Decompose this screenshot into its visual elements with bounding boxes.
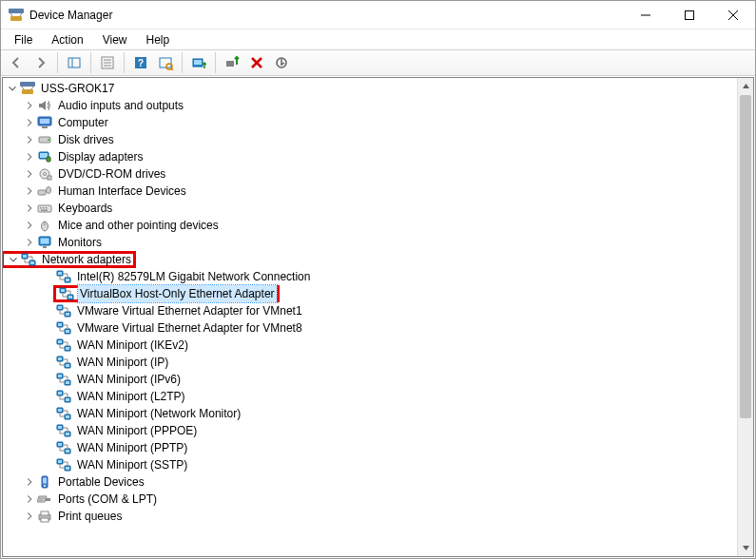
minimize-button[interactable] [624,1,668,29]
maximize-button[interactable] [668,1,711,29]
device-vmware-vmnet8[interactable]: VMware Virtual Ethernet Adapter for VMne… [3,319,737,337]
menu-file[interactable]: File [7,31,40,48]
hid-icon [37,183,52,199]
toolbar-separator [57,52,58,73]
category-print-queues[interactable]: Print queues [3,508,737,525]
device-wan-l2tp[interactable]: WAN Miniport (L2TP) [3,388,737,405]
device-label: WAN Miniport (IPv6) [75,371,183,388]
device-label: WAN Miniport (SSTP) [75,456,189,473]
scan-hardware-button[interactable] [154,51,177,74]
device-label: WAN Miniport (Network Monitor) [75,405,242,422]
category-display-adapters[interactable]: Display adapters [3,148,737,165]
device-wan-ikev2[interactable]: WAN Miniport (IKEv2) [3,337,737,354]
category-label: Keyboards [56,200,114,217]
device-label: VirtualBox Host-Only Ethernet Adapter [78,285,277,302]
forward-button[interactable] [29,51,52,74]
device-tree[interactable]: USS-GROK17 Audio inputs and outputs Comp… [3,78,737,556]
mouse-icon [37,218,52,233]
network-icon [56,457,71,472]
svg-rect-53 [160,58,171,67]
menu-action[interactable]: Action [44,31,90,48]
enable-device-button[interactable] [221,51,243,74]
show-hide-tree-button[interactable] [63,51,86,74]
device-wan-netmon[interactable]: WAN Miniport (Network Monitor) [3,405,737,422]
device-vmware-vmnet1[interactable]: VMware Virtual Ethernet Adapter for VMne… [3,302,737,319]
chevron-right-icon[interactable] [22,218,37,233]
svg-rect-57 [194,60,202,65]
scroll-thumb[interactable] [740,95,751,418]
category-label: Audio inputs and outputs [56,97,185,114]
network-icon [56,440,71,455]
chevron-right-icon[interactable] [22,492,37,507]
category-disk-drives[interactable]: Disk drives [3,131,737,148]
device-wan-pptp[interactable]: WAN Miniport (PPTP) [3,439,737,456]
network-icon [59,286,74,301]
chevron-right-icon[interactable] [22,235,37,250]
chevron-right-icon[interactable] [22,132,37,147]
toolbar: ? [1,49,755,76]
help-button[interactable]: ? [129,51,152,74]
chevron-right-icon[interactable] [22,166,37,182]
network-icon [56,372,71,387]
uninstall-device-button[interactable] [245,51,268,74]
device-wan-ip[interactable]: WAN Miniport (IP) [3,354,737,371]
back-button[interactable] [5,51,28,74]
scroll-up-button[interactable] [738,78,753,94]
category-keyboards[interactable]: Keyboards [3,200,737,217]
category-portable-devices[interactable]: Portable Devices [3,473,737,491]
category-mice[interactable]: Mice and other pointing devices [3,217,737,234]
menu-help[interactable]: Help [139,31,178,48]
chevron-down-icon[interactable] [6,252,21,267]
device-label: WAN Miniport (PPTP) [75,439,189,456]
category-network-adapters[interactable]: Network adapters [3,251,737,268]
tree-root-label: USS-GROK17 [39,80,116,97]
category-label: DVD/CD-ROM drives [56,165,167,183]
device-wan-pppoe[interactable]: WAN Miniport (PPPOE) [3,422,737,439]
chevron-right-icon[interactable] [22,474,37,490]
chevron-right-icon[interactable] [22,149,37,164]
device-wan-ipv6[interactable]: WAN Miniport (IPv6) [3,371,737,388]
menu-view[interactable]: View [95,31,135,48]
chevron-right-icon[interactable] [22,115,37,130]
device-virtualbox-adapter[interactable]: VirtualBox Host-Only Ethernet Adapter [3,285,737,302]
device-label: VMware Virtual Ethernet Adapter for VMne… [75,319,304,337]
chevron-right-icon[interactable] [22,98,37,113]
properties-button[interactable] [96,51,119,74]
chevron-right-icon[interactable] [22,183,37,199]
category-monitors[interactable]: Monitors [3,234,737,251]
category-label: Display adapters [56,148,145,165]
vertical-scrollbar[interactable] [737,78,753,556]
app-icon [9,8,24,23]
category-dvd[interactable]: DVD/CD-ROM drives [3,165,737,183]
device-tree-panel: USS-GROK17 Audio inputs and outputs Comp… [2,77,754,557]
category-label: Print queues [56,508,124,525]
titlebar: Device Manager [1,1,755,29]
disable-device-button[interactable] [270,51,293,74]
category-audio[interactable]: Audio inputs and outputs [3,97,737,114]
category-label: Human Interface Devices [56,183,188,200]
ports-icon [37,492,52,507]
portable-icon [37,474,52,490]
device-label: WAN Miniport (IKEv2) [75,337,190,354]
device-intel-adapter[interactable]: Intel(R) 82579LM Gigabit Network Connect… [3,268,737,285]
category-label: Portable Devices [56,473,146,491]
menubar: File Action View Help [1,29,755,49]
category-computer[interactable]: Computer [3,114,737,131]
network-icon [21,252,36,267]
tree-root[interactable]: USS-GROK17 [3,80,737,97]
category-ports[interactable]: Ports (COM & LPT) [3,491,737,508]
network-icon [56,406,71,421]
close-button[interactable] [711,1,755,29]
chevron-right-icon[interactable] [22,201,37,216]
svg-line-55 [171,68,173,70]
toolbar-separator [215,52,216,73]
device-wan-sstp[interactable]: WAN Miniport (SSTP) [3,456,737,473]
category-hid[interactable]: Human Interface Devices [3,183,737,200]
disk-icon [37,132,52,147]
update-driver-button[interactable] [187,51,210,74]
network-icon [56,337,71,353]
chevron-down-icon[interactable] [5,81,20,96]
scroll-down-button[interactable] [738,540,753,556]
chevron-right-icon[interactable] [22,509,37,524]
computer-icon [20,81,35,96]
